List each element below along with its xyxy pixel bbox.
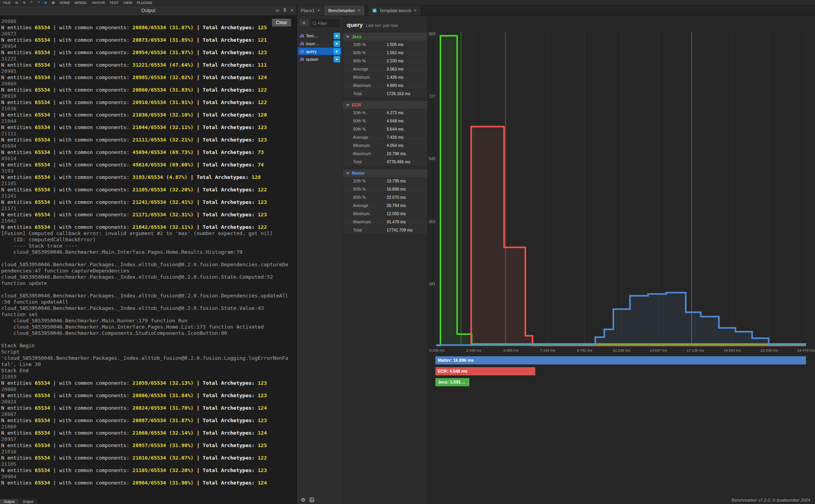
log-line: 20886 <box>1 18 297 25</box>
log-line: 20904 <box>1 474 297 480</box>
stat-row: 90th %5.644 ms <box>343 125 427 133</box>
dock-tab-output[interactable]: Output <box>19 499 37 504</box>
log-line: N entities 65534 | with common component… <box>1 199 297 205</box>
run-benchmark-button[interactable]: ▶ <box>334 33 340 39</box>
report-icon[interactable] <box>309 497 314 502</box>
section-name: Matter <box>352 171 365 175</box>
log-line: cloud_5853950046.Benchmarker.Main.Interf… <box>1 249 297 255</box>
log-line: 21036 <box>1 106 297 112</box>
menu-tab-model[interactable]: MODEL <box>75 1 87 5</box>
log-line <box>1 255 297 262</box>
stat-row: Minimum4.054 ms <box>343 141 427 150</box>
panel-menu-chevron-icon[interactable] <box>275 9 279 12</box>
stat-value: 2.230 ms <box>387 58 403 63</box>
menu-tab-home[interactable]: HOME <box>59 1 70 5</box>
toolbar-icon-0[interactable]: ▤ <box>15 1 18 4</box>
log-line <box>1 336 297 343</box>
log-line: cloud_5853950046.Benchmarker.Main.Interf… <box>1 324 297 330</box>
dock-tab-output[interactable]: Output <box>0 499 19 504</box>
tab-close-icon[interactable]: × <box>414 8 417 13</box>
stat-value: 22.070 ms <box>387 195 406 200</box>
stat-label: Average <box>343 135 387 140</box>
stat-value: 4.272 ms <box>387 110 403 115</box>
results-title-row: query Last run: just now <box>343 16 427 28</box>
benchmark-item[interactable]: inser…▶ <box>298 40 341 47</box>
stat-value: 41.479 ms <box>387 219 406 224</box>
clear-output-button[interactable]: Clear <box>272 19 291 27</box>
x-tick-label: 12.239 ms <box>609 348 634 352</box>
menu-tab-test[interactable]: TEST <box>110 1 119 5</box>
menu-bar: FILE▤⊞↶↷▶▦HOMEMODELAVATARTESTVIEWPLUGINS <box>0 0 815 5</box>
run-benchmark-button[interactable]: ▶ <box>334 56 340 62</box>
log-line: 20824 <box>1 399 297 405</box>
tab-template-bench[interactable]: Template.bench× <box>368 5 421 16</box>
run-benchmark-button[interactable]: ▶ <box>334 48 340 55</box>
log-line: N entities 65534 | with common component… <box>1 187 297 193</box>
x-tick-label: 22.030 ms <box>756 348 781 352</box>
settings-gear-icon[interactable]: ⚙ <box>301 497 305 502</box>
benchmark-item[interactable]: Tem…▶ <box>298 32 341 39</box>
tab-close-icon[interactable]: × <box>317 8 320 13</box>
menu-tab-view[interactable]: VIEW <box>123 1 132 5</box>
log-line: 3193 <box>1 168 297 174</box>
toolbar-icon-2[interactable]: ↶ <box>30 1 33 4</box>
section-header[interactable]: Jecs <box>343 33 427 41</box>
add-benchmark-button[interactable]: + <box>299 19 309 27</box>
output-log[interactable]: 20886N entities 65534 | with common comp… <box>0 15 297 499</box>
log-line: N entities 65534 | with common component… <box>1 25 297 31</box>
menu-item-file[interactable]: FILE <box>3 1 11 5</box>
toolbar-icon-5[interactable]: ▦ <box>52 1 55 4</box>
stats-section-matter: Matter10th %13.795 ms50th %16.896 ms90th… <box>343 169 427 234</box>
x-tick-label: 17.135 ms <box>683 348 708 352</box>
benchmark-icon <box>299 57 304 62</box>
log-line: 20957 <box>1 436 297 442</box>
stat-value: 10.798 ms <box>387 151 406 156</box>
tab-close-icon[interactable]: × <box>358 8 360 13</box>
stat-label: Average <box>343 67 387 71</box>
benchmark-icon <box>299 33 304 38</box>
log-line: N entities 65534 | with common component… <box>1 37 297 43</box>
log-line: N entities 65534 | with common component… <box>1 137 297 143</box>
output-panel-title: Output <box>141 8 155 13</box>
histogram-chart <box>437 32 806 346</box>
stat-row: 10th %1.505 ms <box>343 41 427 49</box>
log-line: N entities 65534 | with common component… <box>1 162 297 168</box>
log-line: N entities 65534 | with common component… <box>1 74 297 81</box>
stat-value: 1.505 ms <box>387 42 403 47</box>
benchmark-item[interactable]: spawn▶ <box>298 55 341 63</box>
section-name: ECR <box>352 103 361 107</box>
stat-row: Average26.764 ms <box>343 202 427 210</box>
log-line: 20954 <box>1 43 297 50</box>
log-line: N entities 65534 | with common component… <box>1 455 297 461</box>
log-line: 21016 <box>1 449 297 455</box>
pin-icon[interactable] <box>283 8 287 12</box>
stat-row: 90th %22.070 ms <box>343 193 427 202</box>
log-line: ---- Stack trace ---- <box>1 243 297 249</box>
plugin-credit: Benchmarker v7.2.0, © boatbomber 2024 <box>732 498 810 502</box>
legend-bar-matter: Matter: 16.896 ms <box>435 356 806 364</box>
menu-tab-plugins[interactable]: PLUGINS <box>137 1 153 5</box>
toolbar-icon-4[interactable]: ▶ <box>45 1 47 4</box>
log-line: 20873 <box>1 31 297 37</box>
log-line: N entities 65534 | with common component… <box>1 405 297 411</box>
menu-tab-avatar[interactable]: AVATAR <box>92 1 105 5</box>
log-line: 21171 <box>1 205 297 212</box>
log-line: 45614 <box>1 156 297 162</box>
tab-place1[interactable]: Place1× <box>297 5 324 16</box>
filter-input[interactable] <box>317 21 338 26</box>
stat-label: Maximum <box>343 83 387 88</box>
filter-box[interactable] <box>311 19 340 27</box>
close-icon[interactable]: × <box>290 8 293 13</box>
x-tick-label: 2.448 ms <box>462 348 487 352</box>
tab-benchmarker[interactable]: Benchmarker× <box>324 5 364 16</box>
log-line: tal', Line 30 <box>1 361 297 368</box>
stat-row: Maximum41.479 ms <box>343 218 427 226</box>
section-header[interactable]: Matter <box>343 169 427 177</box>
stat-value: 7.426 ms <box>387 135 403 140</box>
section-header[interactable]: ECR <box>343 101 427 109</box>
toolbar-icon-3[interactable]: ↷ <box>37 1 40 4</box>
log-line <box>1 286 297 293</box>
run-benchmark-button[interactable]: ▶ <box>334 41 340 47</box>
toolbar-icon-1[interactable]: ⊞ <box>23 1 26 4</box>
benchmark-item[interactable]: query▶ <box>298 48 341 55</box>
